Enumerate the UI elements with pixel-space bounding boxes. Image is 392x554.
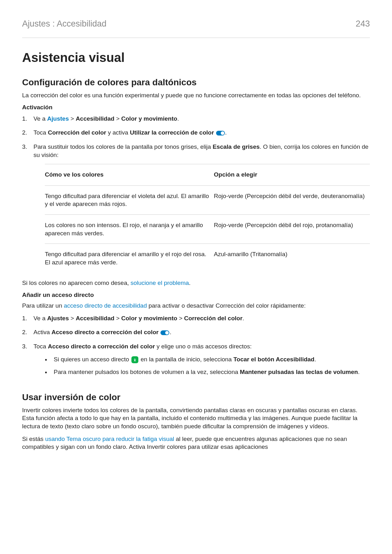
document-page: Ajustes : Accesibilidad 243 Asistencia v… <box>0 0 392 554</box>
text: Ajustes <box>47 315 69 322</box>
breadcrumb: Ajustes : Accesibilidad <box>22 19 106 29</box>
text: Ve a <box>33 115 47 122</box>
shortcut-step-3: Toca Acceso directo a corrección del col… <box>22 342 370 376</box>
step-2: Toca Corrección del color y activa Utili… <box>22 129 370 137</box>
text: Escala de grises <box>213 143 260 150</box>
table-cell: Rojo-verde (Percepción débil del verde, … <box>214 185 370 214</box>
text: Accesibilidad <box>76 115 115 122</box>
table-header-how: Cómo ve los colores <box>45 164 214 186</box>
text: Para utilizar un <box>22 302 64 309</box>
toggle-on-icon <box>160 330 169 335</box>
table-row: Tengo dificultad para diferenciar el ama… <box>45 244 370 273</box>
text: Si los colores no aparecen como desea, <box>22 280 130 286</box>
page-header: Ajustes : Accesibilidad 243 <box>22 19 370 29</box>
table-cell: Tengo dificultad para diferenciar el ama… <box>45 244 214 273</box>
activation-steps: Ve a Ajustes > Accesibilidad > Color y m… <box>22 115 370 273</box>
text: Utilizar la corrección de color <box>130 129 214 136</box>
text: y activa <box>106 129 130 136</box>
text: Ve a <box>33 315 47 322</box>
text: Color y movimiento <box>121 315 177 322</box>
svg-point-0 <box>135 358 135 359</box>
text: Toca <box>33 343 48 350</box>
section1-intro: La corrección del color es una función e… <box>22 91 370 99</box>
text: > <box>69 115 76 122</box>
shortcut-steps: Ve a Ajustes > Accesibilidad > Color y m… <box>22 314 370 376</box>
table-cell: Tengo dificultad para diferenciar el vio… <box>45 185 214 214</box>
color-options-table: Cómo ve los colores Opción a elegir Teng… <box>45 164 370 273</box>
table-header-row: Cómo ve los colores Opción a elegir <box>45 164 370 186</box>
shortcut-bullet-list: Si quieres un acceso directo en la panta… <box>33 355 370 376</box>
header-divider <box>22 38 370 38</box>
text: Color y movimiento <box>121 115 177 122</box>
text: Corrección del color <box>184 315 243 322</box>
text: Activa <box>33 329 51 335</box>
settings-link[interactable]: Ajustes <box>47 115 69 122</box>
table-cell: Los colores no son intensos. El rojo, el… <box>45 214 214 244</box>
step-3: Para sustituir todos los colores de la p… <box>22 143 370 273</box>
shortcut-step-2: Activa Acceso directo a corrección del c… <box>22 328 370 337</box>
text: . <box>314 356 316 363</box>
text: Mantener pulsadas las teclas de volumen <box>240 369 358 375</box>
text: Para sustituir todos los colores de la p… <box>33 143 213 150</box>
section2-p2: Si estás usando Tema oscuro para reducir… <box>22 435 370 451</box>
text: > <box>177 315 184 322</box>
list-item: Si quieres un acceso directo en la panta… <box>45 355 370 364</box>
text: en la pantalla de inicio, selecciona <box>139 356 233 363</box>
list-item: Para mantener pulsados los botones de vo… <box>45 368 370 376</box>
text: > <box>114 315 121 322</box>
text: Corrección del color <box>48 129 106 136</box>
accessibility-icon <box>131 356 138 363</box>
shortcut-heading: Añadir un acceso directo <box>22 292 370 298</box>
section-heading-color-config: Configuración de colores para daltónicos <box>22 77 370 87</box>
text: > <box>69 315 76 322</box>
step-1: Ve a Ajustes > Accesibilidad > Color y m… <box>22 115 370 123</box>
toggle-on-icon <box>216 131 225 135</box>
shortcut-intro: Para utilizar un acceso directo de acces… <box>22 302 370 310</box>
text: Toca <box>33 129 48 136</box>
table-row: Tengo dificultad para diferenciar el vio… <box>45 185 370 214</box>
section-heading-invert: Usar inversión de color <box>22 392 370 402</box>
dark-theme-link[interactable]: usando Tema oscuro para reducir la fatig… <box>45 436 174 442</box>
table-row: Los colores no son intensos. El rojo, el… <box>45 214 370 244</box>
page-number: 243 <box>356 19 370 29</box>
text: Si estás <box>22 436 45 442</box>
text: . <box>358 369 359 375</box>
text: Para mantener pulsados los botones de vo… <box>54 369 240 375</box>
text: Si quieres un acceso directo <box>54 356 131 363</box>
text: y elige uno o más accesos directos: <box>155 343 251 350</box>
text: Tocar el botón Accesibilidad <box>233 356 315 363</box>
accessibility-shortcut-link[interactable]: acceso directo de accesibilidad <box>64 302 147 309</box>
text: . <box>225 129 227 136</box>
section2-p1: Invertir colores invierte todos los colo… <box>22 406 370 431</box>
text: . <box>243 315 244 322</box>
post-table-paragraph: Si los colores no aparecen como desea, s… <box>22 279 370 287</box>
text: Acceso directo a corrección del color <box>48 343 155 350</box>
text: para activar o desactivar Corrección del… <box>147 302 306 309</box>
text: . <box>170 329 171 335</box>
table-header-option: Opción a elegir <box>214 164 370 186</box>
text: Acceso directo a corrección del color <box>51 329 159 335</box>
shortcut-step-1: Ve a Ajustes > Accesibilidad > Color y m… <box>22 314 370 323</box>
text: Accesibilidad <box>76 315 115 322</box>
table-cell: Azul-amarillo (Tritanomalía) <box>214 244 370 273</box>
activation-heading: Activación <box>22 104 370 111</box>
text: . <box>189 280 190 286</box>
troubleshoot-link[interactable]: solucione el problema <box>130 280 189 286</box>
text: > <box>114 115 121 122</box>
table-cell: Rojo-verde (Percepción débil del rojo, p… <box>214 214 370 244</box>
color-table-wrap: Cómo ve los colores Opción a elegir Teng… <box>45 164 370 273</box>
text: . <box>177 115 179 122</box>
page-title: Asistencia visual <box>22 51 370 65</box>
